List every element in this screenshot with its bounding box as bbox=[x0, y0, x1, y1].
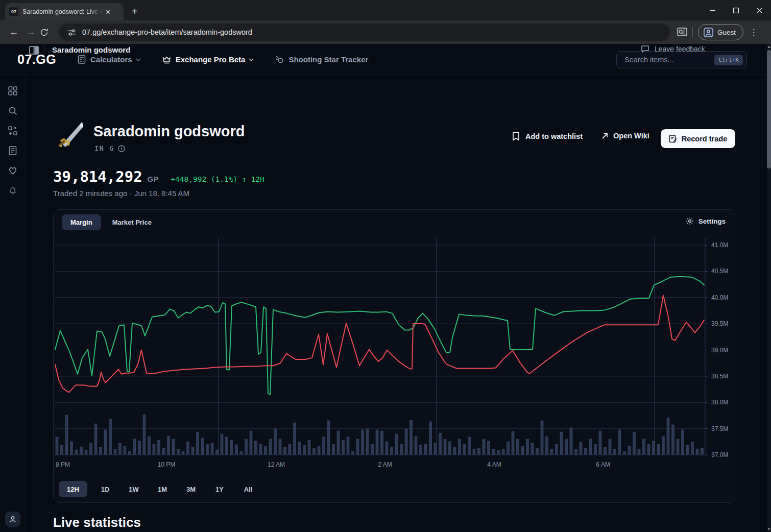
price-chart-card: Margin Market Price Settings 41.0M40.5M4… bbox=[53, 209, 735, 503]
favorites-heart-icon[interactable] bbox=[8, 166, 17, 175]
chart-header: Margin Market Price Settings bbox=[54, 210, 735, 235]
price-chart[interactable]: 41.0M40.5M40.0M39.5M39.0M38.5M38.0M37.5M… bbox=[54, 235, 736, 475]
new-tab-button[interactable]: + bbox=[132, 6, 138, 16]
range-all[interactable]: All bbox=[237, 481, 259, 497]
site-page: 07.GG Calculators bbox=[0, 44, 767, 532]
page-scrollbar[interactable]: ▲ ▼ bbox=[767, 44, 771, 532]
site-favicon: 07 bbox=[9, 7, 18, 16]
tab-market-price[interactable]: Market Price bbox=[112, 219, 152, 226]
range-12h[interactable]: 12H bbox=[59, 481, 87, 497]
reload-button[interactable] bbox=[40, 28, 57, 37]
price-block: 39,814,292 GP +448,992 (1.1%) ↑ 12H bbox=[53, 168, 264, 185]
url-bar[interactable]: 07.gg/exchange-pro-beta/item/saradomin-g… bbox=[59, 23, 670, 41]
svg-text:37.0M: 37.0M bbox=[711, 451, 728, 458]
split-view-icon[interactable] bbox=[29, 46, 39, 55]
nav-label: Shooting Star Tracker bbox=[288, 55, 368, 64]
scrollbar-thumb[interactable] bbox=[767, 50, 771, 168]
tab-close-icon[interactable]: ✕ bbox=[105, 8, 111, 16]
svg-text:8 PM: 8 PM bbox=[56, 461, 70, 468]
scroll-up-arrow[interactable]: ▲ bbox=[767, 44, 771, 49]
browser-toolbar: ← → 07.gg/exchange-pro-beta/item/saradom… bbox=[0, 20, 771, 44]
svg-text:38.5M: 38.5M bbox=[711, 373, 728, 380]
time-range-selector: 12H 1D 1W 1M 3M 1Y All bbox=[59, 481, 259, 497]
chevron-down-icon bbox=[249, 58, 254, 61]
browser-tab[interactable]: 07 Saradomin godsword: Live GE P ✕ bbox=[5, 3, 124, 20]
item-subtitle: IN G bbox=[94, 144, 125, 152]
record-trade-label: Record trade bbox=[682, 135, 727, 143]
reload-icon bbox=[40, 28, 49, 37]
guest-avatar-icon bbox=[704, 28, 713, 37]
gear-icon bbox=[686, 217, 694, 225]
nav-exchange-pro[interactable]: Exchange Pro Beta bbox=[162, 55, 254, 64]
price-change: +448,992 (1.1%) ↑ 12H bbox=[171, 175, 264, 183]
nav-calculators[interactable]: Calculators bbox=[78, 55, 141, 64]
range-1w[interactable]: 1W bbox=[123, 481, 144, 497]
chart-settings-button[interactable]: Settings bbox=[686, 217, 726, 225]
breadcrumb[interactable]: Saradomin godsword bbox=[52, 45, 130, 54]
browser-menu-icon[interactable]: ⋮ bbox=[749, 27, 759, 38]
guest-profile-button[interactable]: Guest bbox=[698, 24, 743, 40]
window-close-button[interactable] bbox=[748, 0, 771, 20]
range-1d[interactable]: 1D bbox=[94, 481, 116, 497]
left-sidebar bbox=[0, 75, 26, 532]
search-shortcut-badge: Ctrl+K bbox=[714, 55, 743, 65]
dashboard-grid-icon[interactable] bbox=[8, 86, 17, 95]
side-panel-search-icon[interactable] bbox=[677, 28, 687, 37]
watchlist-label: Add to watchlist bbox=[525, 132, 583, 140]
feedback-label: Leave feedback bbox=[655, 45, 705, 53]
item-subtitle-text: IN G bbox=[94, 144, 114, 152]
live-statistics-title: Live statistics bbox=[53, 515, 141, 530]
svg-text:40.0M: 40.0M bbox=[711, 294, 728, 301]
nav-label: Calculators bbox=[90, 55, 132, 64]
alerts-bell-icon[interactable] bbox=[8, 186, 17, 195]
crown-icon bbox=[162, 56, 171, 64]
search-input[interactable]: Search items... Ctrl+K bbox=[616, 51, 747, 68]
forward-button[interactable]: → bbox=[22, 27, 40, 38]
nav-label: Exchange Pro Beta bbox=[176, 55, 246, 64]
svg-text:6 AM: 6 AM bbox=[596, 461, 610, 468]
last-traded-text: Traded 2 minutes ago · Jun 18, 8:45 AM bbox=[53, 189, 189, 198]
add-to-watchlist-button[interactable]: Add to watchlist bbox=[512, 132, 583, 141]
window-maximize-button[interactable] bbox=[724, 0, 748, 20]
calculator-icon bbox=[78, 55, 86, 64]
current-price: 39,814,292 bbox=[53, 168, 142, 185]
svg-text:37.5M: 37.5M bbox=[711, 425, 728, 432]
account-button[interactable] bbox=[5, 512, 20, 527]
range-1m[interactable]: 1M bbox=[152, 481, 173, 497]
svg-text:4 AM: 4 AM bbox=[487, 461, 501, 468]
search-placeholder: Search items... bbox=[624, 56, 714, 64]
svg-text:40.5M: 40.5M bbox=[711, 268, 728, 275]
open-wiki-button[interactable]: Open Wiki bbox=[601, 132, 649, 140]
info-icon[interactable] bbox=[118, 145, 125, 152]
url-text: 07.gg/exchange-pro-beta/item/saradomin-g… bbox=[82, 28, 252, 36]
svg-text:41.0M: 41.0M bbox=[711, 241, 728, 249]
svg-text:39.5M: 39.5M bbox=[711, 320, 728, 327]
maximize-icon bbox=[733, 8, 739, 13]
svg-text:10 PM: 10 PM bbox=[158, 461, 176, 468]
page-title: Saradomin godsword bbox=[93, 123, 245, 140]
item-sprite-saradomin-godsword bbox=[55, 120, 85, 150]
range-3m[interactable]: 3M bbox=[180, 481, 202, 497]
range-1y[interactable]: 1Y bbox=[209, 481, 230, 497]
notes-list-icon[interactable] bbox=[8, 146, 17, 155]
tab-margin[interactable]: Margin bbox=[62, 214, 101, 230]
record-trade-button[interactable]: Record trade bbox=[661, 129, 735, 148]
minimize-icon bbox=[710, 8, 715, 13]
person-icon bbox=[9, 515, 17, 523]
leave-feedback-button[interactable]: Leave feedback bbox=[641, 45, 705, 53]
toolbar-divider bbox=[692, 27, 693, 37]
breadcrumb-divider bbox=[44, 45, 44, 56]
nav-shooting-star[interactable]: Shooting Star Tracker bbox=[275, 55, 368, 64]
site-settings-icon[interactable] bbox=[67, 28, 76, 37]
svg-text:39.0M: 39.0M bbox=[711, 347, 728, 354]
guest-label: Guest bbox=[717, 29, 736, 36]
settings-label: Settings bbox=[698, 217, 726, 225]
search-icon[interactable] bbox=[8, 106, 17, 115]
card-divider bbox=[54, 476, 735, 476]
scroll-down-arrow[interactable]: ▼ bbox=[767, 527, 771, 531]
compare-swap-icon[interactable] bbox=[8, 126, 17, 135]
external-link-icon bbox=[601, 133, 608, 139]
record-trade-icon bbox=[669, 134, 677, 143]
window-minimize-button[interactable] bbox=[701, 0, 724, 20]
back-button[interactable]: ← bbox=[5, 27, 22, 38]
